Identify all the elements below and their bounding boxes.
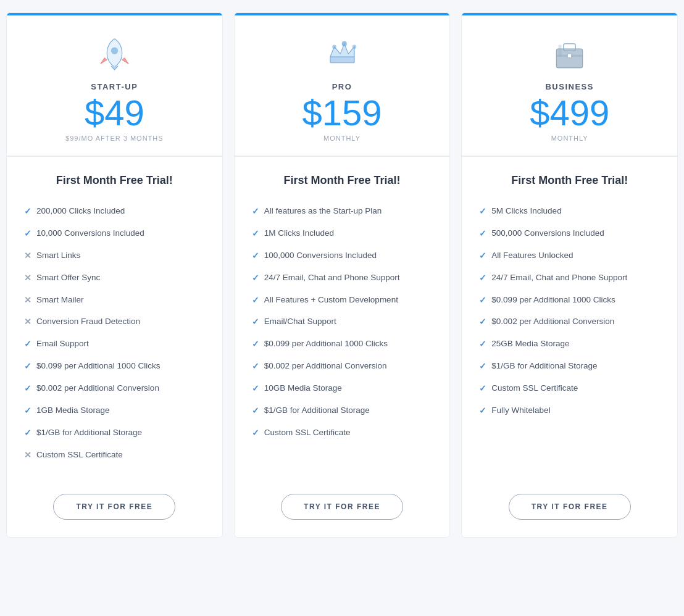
feature-item: ✓ 5M Clicks Included	[479, 201, 660, 223]
check-icon: ✓	[24, 406, 31, 417]
plan-header: START-UP $49 $99/MO AFTER 3 MONTHS	[7, 13, 222, 157]
feature-item: ✓ $0.099 per Additional 1000 Clicks	[24, 356, 205, 378]
check-icon: ✓	[252, 361, 259, 373]
try-free-button[interactable]: TRY IT FOR FREE	[281, 494, 403, 520]
svg-point-5	[352, 44, 356, 49]
feature-text: $1/GB for Additional Storage	[264, 405, 370, 417]
check-icon: ✓	[252, 251, 259, 262]
check-icon: ✓	[479, 339, 486, 351]
plan-price-sub: $99/MO AFTER 3 MONTHS	[19, 135, 210, 142]
feature-text: 25GB Media Storage	[491, 338, 569, 350]
free-trial-text: First Month Free Trial!	[479, 174, 660, 187]
plan-price: $499	[474, 95, 665, 131]
feature-item: ✕ Smart Mailer	[24, 289, 205, 312]
plan-footer: TRY IT FOR FREE	[7, 479, 222, 537]
feature-text: 1M Clicks Included	[264, 228, 334, 239]
svg-rect-2	[330, 57, 354, 63]
feature-text: $0.099 per Additional 1000 Clicks	[264, 338, 388, 350]
feature-list: ✓ 200,000 Clicks Included ✓ 10,000 Conve…	[24, 201, 205, 467]
check-icon: ✓	[479, 273, 486, 285]
check-icon: ✓	[24, 339, 31, 351]
check-icon: ✓	[252, 273, 259, 285]
feature-item: ✓ 200,000 Clicks Included	[24, 201, 205, 223]
check-icon: ✓	[479, 317, 486, 328]
feature-text: $0.002 per Additional Conversion	[264, 360, 387, 372]
check-icon: ✓	[479, 383, 486, 395]
feature-text: 10GB Media Storage	[264, 383, 342, 394]
svg-rect-10	[559, 44, 562, 57]
feature-text: $0.002 per Additional Conversion	[36, 383, 159, 394]
feature-item: ✓ Custom SSL Certificate	[479, 378, 660, 400]
plan-icon	[320, 30, 364, 75]
plan-price-sub: MONTHLY	[247, 135, 438, 142]
check-icon: ✓	[252, 317, 259, 328]
feature-item: ✓ $0.002 per Additional Conversion	[252, 356, 433, 378]
feature-text: 24/7 Email, Chat and Phone Support	[491, 272, 627, 284]
svg-point-3	[341, 41, 346, 46]
feature-text: 500,000 Conversions Included	[491, 228, 604, 239]
feature-item: ✓ Custom SSL Certificate	[252, 422, 433, 444]
free-trial-text: First Month Free Trial!	[24, 174, 205, 187]
feature-item: ✓ 1GB Media Storage	[24, 400, 205, 422]
feature-text: $0.002 per Additional Conversion	[491, 316, 614, 328]
feature-text: All features as the Start-up Plan	[264, 206, 382, 217]
feature-item: ✓ $1/GB for Additional Storage	[24, 422, 205, 444]
check-icon: ✓	[24, 228, 31, 240]
check-icon: ✓	[252, 228, 259, 240]
plan-card-startup: START-UP $49 $99/MO AFTER 3 MONTHS First…	[6, 12, 223, 538]
feature-item: ✓ Email Support	[24, 333, 205, 356]
check-icon: ✓	[24, 383, 31, 395]
feature-text: Conversion Fraud Detection	[36, 316, 140, 328]
feature-text: All Features + Custom Development	[264, 294, 398, 306]
feature-text: Email/Chat Support	[264, 316, 336, 328]
plan-price: $159	[247, 95, 438, 131]
plan-name: START-UP	[19, 82, 210, 91]
try-free-button[interactable]: TRY IT FOR FREE	[509, 494, 631, 520]
feature-item: ✓ 10,000 Conversions Included	[24, 223, 205, 245]
feature-item: ✓ $0.002 per Additional Conversion	[479, 311, 660, 333]
feature-text: 1GB Media Storage	[36, 405, 110, 417]
cross-icon: ✕	[24, 273, 31, 285]
feature-text: 10,000 Conversions Included	[36, 228, 144, 239]
plan-price: $49	[19, 95, 210, 131]
cross-icon: ✕	[24, 450, 31, 462]
feature-text: 100,000 Conversions Included	[264, 250, 377, 262]
plan-name: BUSINESS	[474, 82, 665, 91]
feature-text: Custom SSL Certificate	[264, 427, 351, 439]
check-icon: ✓	[24, 428, 31, 439]
check-icon: ✓	[479, 406, 486, 417]
feature-item: ✓ 1M Clicks Included	[252, 223, 433, 245]
feature-list: ✓ All features as the Start-up Plan ✓ 1M…	[252, 201, 433, 467]
check-icon: ✓	[479, 228, 486, 240]
feature-text: $1/GB for Additional Storage	[36, 427, 142, 439]
feature-item: ✓ $1/GB for Additional Storage	[479, 356, 660, 378]
feature-item: ✓ $0.002 per Additional Conversion	[24, 378, 205, 400]
feature-item: ✓ $1/GB for Additional Storage	[252, 400, 433, 422]
check-icon: ✓	[252, 339, 259, 351]
cross-icon: ✕	[24, 251, 31, 262]
feature-text: Custom SSL Certificate	[36, 449, 123, 461]
feature-item: ✓ 25GB Media Storage	[479, 333, 660, 356]
cross-icon: ✕	[24, 295, 31, 307]
pricing-container: START-UP $49 $99/MO AFTER 3 MONTHS First…	[6, 12, 678, 538]
plan-price-sub: MONTHLY	[474, 135, 665, 142]
check-icon: ✓	[24, 361, 31, 373]
svg-rect-9	[567, 54, 572, 58]
check-icon: ✓	[252, 383, 259, 395]
feature-text: All Features Unlocked	[491, 250, 573, 262]
free-trial-text: First Month Free Trial!	[252, 174, 433, 187]
feature-item: ✓ All Features Unlocked	[479, 245, 660, 267]
plan-icon	[92, 30, 136, 75]
feature-text: $0.099 per Additional 1000 Clicks	[491, 294, 615, 306]
feature-text: $0.099 per Additional 1000 Clicks	[36, 360, 160, 372]
plan-name: PRO	[247, 82, 438, 91]
try-free-button[interactable]: TRY IT FOR FREE	[53, 494, 175, 520]
feature-text: $1/GB for Additional Storage	[491, 360, 597, 372]
plan-card-pro: PRO $159 MONTHLY First Month Free Trial!…	[234, 12, 451, 538]
feature-item: ✓ 24/7 Email, Chat and Phone Support	[479, 267, 660, 289]
plan-body: First Month Free Trial! ✓ 5M Clicks Incl…	[462, 157, 677, 479]
feature-item: ✓ 24/7 Email, Chat and Phone Support	[252, 267, 433, 289]
check-icon: ✓	[252, 295, 259, 307]
feature-text: 24/7 Email, Chat and Phone Support	[264, 272, 400, 284]
feature-text: Smart Offer Sync	[36, 272, 100, 284]
